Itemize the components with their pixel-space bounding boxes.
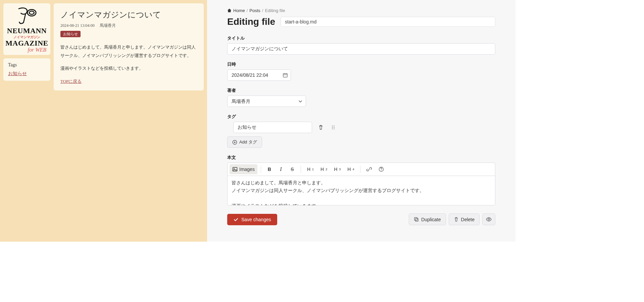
title-label: タイトル	[227, 35, 495, 41]
toolbar-h4-button[interactable]: H4	[345, 164, 357, 174]
breadcrumb-home[interactable]: Home	[233, 8, 245, 13]
article-body: 皆さんはじめまして。馬場香月と申します。ノイマンマガジンは同人サークル、ノイマン…	[60, 43, 197, 73]
copy-icon	[414, 217, 419, 222]
toolbar-h1-button[interactable]: H1	[304, 164, 316, 174]
breadcrumb-current: Editing file	[265, 8, 285, 13]
svg-point-0	[28, 9, 36, 16]
toolbar-bold-button[interactable]: B	[264, 164, 275, 174]
check-icon	[233, 217, 239, 222]
svg-point-8	[332, 127, 333, 128]
page-title: Editing file	[227, 16, 275, 27]
svg-point-10	[332, 128, 333, 129]
svg-point-9	[334, 127, 334, 128]
strike-icon: S	[291, 167, 294, 172]
article-body-p1: 皆さんはじめまして。馬場香月と申します。ノイマンマガジンは同人サークル、ノイマン…	[60, 43, 197, 60]
article-date: 2024-08-21 13:04:00	[60, 23, 95, 28]
logo-text-2: MAGAZINE	[5, 40, 48, 47]
toolbar-h2-button[interactable]: H2	[318, 164, 330, 174]
author-select[interactable]: 馬場香月	[227, 96, 306, 107]
save-label: Save changes	[241, 217, 271, 222]
cms-pane: Home / Posts / Editing file Editing file…	[207, 0, 515, 242]
delete-tag-button[interactable]	[317, 123, 325, 131]
eye-icon	[486, 217, 492, 222]
field-body: 本文 Images B I S H1 H2 H3 H4	[227, 155, 495, 207]
field-date: 日時	[227, 61, 495, 81]
duplicate-button[interactable]: Duplicate	[409, 214, 446, 225]
home-icon	[227, 8, 232, 13]
toolbar-strike-button[interactable]: S	[287, 164, 297, 174]
svg-rect-13	[233, 168, 237, 171]
italic-icon: I	[280, 166, 282, 172]
date-input[interactable]	[227, 69, 291, 81]
editor-toolbar: Images B I S H1 H2 H3 H4	[227, 163, 495, 176]
plus-circle-icon	[232, 140, 237, 145]
drag-dots-icon	[331, 125, 336, 130]
preview-sidebar: NEUMANN ノイマンマガジン MAGAZINE for WEB Tags お…	[3, 3, 50, 81]
svg-rect-18	[415, 219, 418, 221]
author-label: 著者	[227, 87, 495, 94]
toolbar-help-button[interactable]	[376, 164, 387, 174]
delete-label: Delete	[461, 217, 475, 222]
toolbar-images-label: Images	[239, 167, 255, 172]
toolbar-images-button[interactable]: Images	[230, 164, 257, 174]
svg-point-1	[29, 11, 34, 14]
drag-handle[interactable]	[330, 124, 337, 131]
article: ノイマンマガジンについて 2024-08-21 13:04:00 馬場香月 お知…	[54, 3, 204, 90]
article-author: 馬場香月	[100, 23, 116, 28]
date-label: 日時	[227, 61, 495, 67]
help-circle-icon	[379, 167, 384, 172]
logo-text-web: for WEB	[5, 47, 48, 53]
tag-link-oshirase[interactable]: お知らせ	[8, 71, 27, 76]
tag-row	[227, 122, 495, 133]
title-input[interactable]	[227, 43, 495, 55]
svg-point-19	[488, 219, 490, 220]
delete-button[interactable]: Delete	[449, 214, 480, 225]
breadcrumb-sep: /	[262, 8, 263, 13]
toolbar-sep	[301, 166, 301, 173]
toolbar-h3-button[interactable]: H3	[331, 164, 343, 174]
svg-point-16	[381, 170, 382, 171]
back-to-top-link[interactable]: TOPに戻る	[60, 79, 82, 84]
article-body-p2: 漫画やイラストなどを投稿していきます。	[60, 64, 197, 73]
toolbar-sep	[261, 166, 261, 173]
add-tag-button[interactable]: Add タグ	[227, 136, 262, 148]
tags-title: Tags	[8, 62, 46, 68]
svg-point-11	[334, 128, 334, 129]
bold-icon: B	[268, 167, 271, 172]
logo-text-1: NEUMANN	[5, 27, 48, 35]
toolbar-italic-button[interactable]: I	[276, 164, 286, 174]
breadcrumb-sep: /	[247, 8, 248, 13]
toolbar-sep	[360, 166, 360, 173]
trash-icon	[454, 217, 459, 222]
logo: NEUMANN ノイマンマガジン MAGAZINE for WEB	[3, 3, 50, 55]
breadcrumb: Home / Posts / Editing file	[227, 8, 495, 13]
logo-doodle-icon	[13, 7, 40, 27]
filename-input[interactable]	[281, 17, 495, 27]
article-tag-badge: お知らせ	[60, 31, 81, 37]
link-icon	[366, 167, 372, 172]
preview-pane: NEUMANN ノイマンマガジン MAGAZINE for WEB Tags お…	[0, 0, 207, 242]
save-button[interactable]: Save changes	[227, 214, 277, 225]
preview-toggle-button[interactable]	[482, 214, 495, 225]
tags-label: タグ	[227, 114, 495, 120]
body-label: 本文	[227, 155, 495, 161]
field-tags: タグ Add タグ	[227, 114, 495, 148]
page-head: Editing file	[227, 16, 495, 27]
article-title: ノイマンマガジンについて	[60, 9, 197, 20]
duplicate-label: Duplicate	[421, 217, 441, 222]
tag-input[interactable]	[233, 122, 312, 133]
svg-point-6	[332, 125, 333, 126]
action-bar: Save changes Duplicate Delete	[227, 214, 495, 232]
article-meta: 2024-08-21 13:04:00 馬場香月	[60, 23, 197, 28]
body-textarea[interactable]	[227, 176, 495, 205]
trash-icon	[318, 125, 324, 130]
svg-point-7	[334, 125, 334, 126]
breadcrumb-posts[interactable]: Posts	[249, 8, 260, 13]
toolbar-link-button[interactable]	[364, 164, 375, 174]
svg-point-14	[234, 168, 235, 169]
svg-rect-2	[283, 74, 287, 77]
field-title: タイトル	[227, 35, 495, 55]
tags-box: Tags お知らせ	[3, 58, 50, 81]
add-tag-label: Add タグ	[239, 139, 257, 145]
image-icon	[232, 167, 238, 172]
